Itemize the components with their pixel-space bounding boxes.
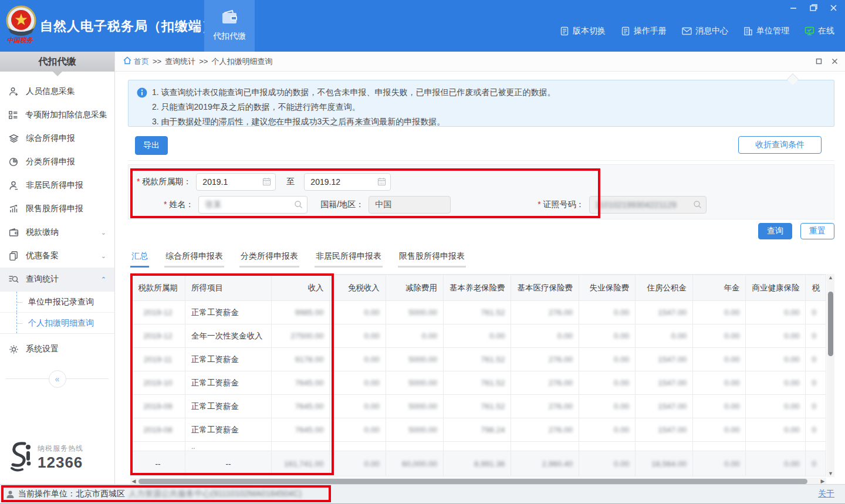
cell-年金: 0.00 (693, 451, 746, 476)
panel-maximize-icon[interactable] (816, 57, 822, 66)
vertical-scroll-thumb[interactable] (828, 292, 833, 356)
name-input[interactable]: 张某 (198, 196, 307, 214)
cell-失业保险费: 0.00 (579, 418, 635, 442)
sidebar-collapse-button[interactable]: « (49, 370, 66, 388)
wallet2-icon (8, 228, 19, 237)
cell-收入: 7645.00 (271, 371, 330, 395)
cell-失业保险费 (579, 442, 635, 451)
breadcrumb-item-home[interactable]: 首页 (134, 56, 149, 67)
sidebar-item-综合所得申报[interactable]: 综合所得申报 (0, 127, 114, 150)
header-menu-4[interactable]: 单位管理 (743, 26, 789, 36)
cell-税款所属期: 2019-12 (131, 324, 185, 348)
table-row: 2019-08正常工资薪金7645.000.005000.00798.24276… (131, 418, 826, 442)
scroll-up-icon[interactable]: ▲ (827, 274, 834, 281)
cell-年金: 0.00 (693, 371, 746, 395)
cell-免税收入: 0.00 (330, 348, 386, 371)
cell-基本养老保险费 (443, 442, 511, 451)
period-from-input[interactable]: 2019.1 (196, 173, 276, 191)
cell-免税收入: 0.00 (330, 451, 386, 476)
column-header-年金: 年金 (693, 275, 746, 301)
column-header-基本养老保险费: 基本养老保险费 (443, 275, 511, 301)
header-menu-3[interactable]: 消息中心 (682, 26, 728, 36)
main-area: 首页 >> 查询统计 >> 个人扣缴明细查询 1. 该查询统计表仅能查询已申报成… (115, 52, 845, 485)
sidebar-subitem-单位申报记录查询[interactable]: 单位申报记录查询 (0, 291, 114, 312)
tab-daikoudaijiao[interactable]: 代扣代缴 (204, 0, 255, 52)
restore-icon[interactable] (809, 4, 818, 12)
sidebar-item-分类所得申报[interactable]: 分类所得申报 (0, 150, 114, 174)
calendar-icon[interactable] (262, 177, 271, 188)
cell-收入: 9178.00 (271, 348, 330, 371)
cell-税: 0 (806, 371, 826, 395)
panel-close-icon[interactable] (832, 57, 838, 66)
minimize-icon[interactable] (789, 4, 798, 12)
cell-基本养老保险费: 761.52 (443, 371, 511, 395)
sidebar-item-系统设置[interactable]: 系统设置 (0, 337, 114, 361)
cell-税: 0 (806, 395, 826, 418)
scroll-down-icon[interactable]: ▼ (827, 470, 834, 477)
chevron-down-icon: ⌄ (101, 252, 106, 260)
header-menu-1[interactable]: 版本切换 (560, 26, 606, 36)
current-unit-text: 当前操作单位：北京市西城区 (18, 489, 125, 499)
notice-box: 1. 该查询统计表仅能查询已申报成功的数据，不包含未申报、申报失败，已申报但已作… (128, 80, 834, 127)
cell-失业保险费: 0.00 (579, 395, 635, 418)
tab-分类所得申报表[interactable]: 分类所得申报表 (239, 249, 299, 268)
sidebar-item-限售股所得申报[interactable]: 限售股所得申报 (0, 197, 114, 221)
search-icon[interactable] (693, 200, 702, 211)
sidebar-item-优惠备案[interactable]: 优惠备案⌄ (0, 244, 114, 268)
period-to-input[interactable]: 2019.12 (304, 173, 391, 191)
query-button[interactable]: 查询 (758, 223, 792, 239)
chevron-up-icon: ⌃ (101, 276, 106, 283)
calendar-icon[interactable] (377, 177, 386, 188)
breadcrumb-item[interactable]: 查询统计 (165, 56, 195, 67)
export-button[interactable]: 导出 (135, 136, 168, 155)
tab-汇总[interactable]: 汇总 (130, 249, 149, 268)
window-controls (789, 4, 838, 12)
tab-非居民所得申报表[interactable]: 非居民所得申报表 (315, 249, 383, 268)
sidebar-subitem-个人扣缴明细查询[interactable]: 个人扣缴明细查询 (0, 312, 114, 333)
about-link[interactable]: 关于 (818, 489, 834, 499)
tab-限售股所得申报表[interactable]: 限售股所得申报表 (398, 249, 466, 268)
id-number-input[interactable]: 110102199304221129 (589, 196, 707, 214)
breadcrumb-home[interactable]: 首页 (123, 56, 149, 67)
reset-button[interactable]: 重置 (800, 223, 834, 239)
hotline-logo-icon (7, 441, 33, 474)
column-header-收入: 收入 (271, 275, 330, 301)
current-unit-blurred: 人力资源公共服务中心(91110102MA0184504C) (129, 489, 302, 499)
search-icon[interactable] (294, 200, 303, 211)
cell-年金: 0.00 (693, 395, 746, 418)
notice-line-1: 1. 该查询统计表仅能查询已申报成功的数据，不包含未申报、申报失败，已申报但已作… (152, 85, 827, 100)
cell-收入: 9985.00 (271, 301, 330, 324)
cell-收入: 7645.00 (271, 395, 330, 418)
cell-年金: 0.00 (693, 324, 746, 348)
status-bar: 当前操作单位：北京市西城区 人力资源公共服务中心(91110102MA01845… (0, 484, 845, 503)
cell-商业健康保险: 0.00 (746, 418, 806, 442)
collapse-query-button[interactable]: 收折查询条件 (738, 136, 822, 154)
vertical-scrollbar[interactable]: ▲ ▼ (827, 274, 834, 477)
app-title: 自然人电子税务局（扣缴端） (40, 18, 215, 35)
tax-bureau-logo: 中国税务 (5, 5, 38, 46)
cell-住房公积金 (636, 442, 693, 451)
table-row: 2019-12全年一次性奖金收入27500.000.000.000.000.00… (131, 324, 826, 348)
sidebar-item-查询统计[interactable]: 查询统计⌃ (0, 268, 114, 291)
sidebar-item-非居民所得申报[interactable]: 非居民所得申报 (0, 174, 114, 197)
horizontal-scroll-thumb[interactable] (138, 479, 807, 484)
sidebar-item-专项附加扣除信息采集[interactable]: 专项附加扣除信息采集 (0, 103, 114, 127)
sidebar-item-人员信息采集[interactable]: 人员信息采集 (0, 80, 114, 103)
header-menu-2[interactable]: 操作手册 (621, 26, 667, 36)
close-icon[interactable] (829, 4, 838, 12)
notice-line-3: 3. 由于数据处理的滞后性，建议您在申报成功3天之后再来查询最新的申报数据。 (152, 114, 827, 129)
cell-年金: 0.00 (693, 418, 746, 442)
sidebar-submenu: 单位申报记录查询个人扣缴明细查询 (0, 291, 114, 334)
cell-失业保险费: 0.00 (579, 301, 635, 324)
cell-商业健康保险: 0.00 (746, 451, 806, 476)
cell-税款所属期: 2019-12 (131, 301, 185, 324)
layers-icon (8, 134, 19, 143)
cell-税款所属期: 2019-09 (131, 395, 185, 418)
cell-失业保险费: 0.00 (579, 451, 635, 476)
cell-免税收入 (330, 442, 386, 451)
sidebar-item-税款缴纳[interactable]: 税款缴纳⌄ (0, 221, 114, 244)
svg-text:中国税务: 中国税务 (7, 36, 33, 43)
tab-综合所得申报表[interactable]: 综合所得申报表 (164, 249, 224, 268)
column-header-税: 税 (806, 275, 826, 301)
person-icon (8, 181, 19, 191)
